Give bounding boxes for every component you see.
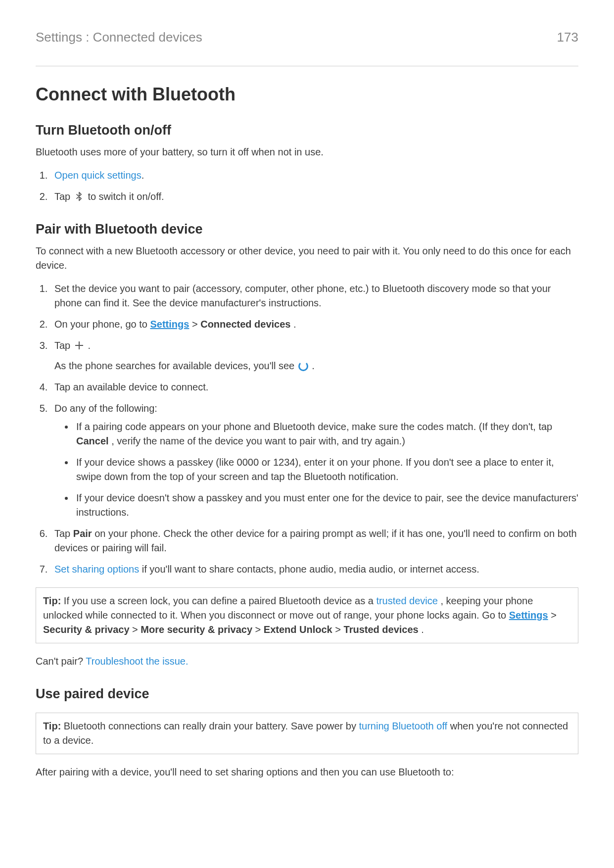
text: Tap — [54, 528, 73, 539]
text: on your phone. Check the other device fo… — [54, 528, 577, 553]
section-pair-device: Pair with Bluetooth device — [36, 222, 578, 237]
text: > — [551, 610, 557, 621]
step-item: Tap to switch it on/off. — [50, 190, 578, 204]
troubleshoot-line: Can't pair? Troubleshoot the issue. — [36, 654, 578, 669]
settings-link[interactable]: Settings — [150, 319, 189, 330]
tip-label: Tip: — [43, 721, 61, 731]
troubleshoot-link[interactable]: Troubleshoot the issue. — [86, 656, 188, 667]
tip-battery: Tip: Bluetooth connections can really dr… — [36, 713, 578, 754]
tip-trusted-device: Tip: If you use a screen lock, you can d… — [36, 587, 578, 643]
step-item: Do any of the following: If a pairing co… — [50, 401, 578, 520]
text: . — [421, 624, 424, 635]
tip-label: Tip: — [43, 595, 61, 606]
text: As the phone searches for available devi… — [54, 360, 297, 371]
text: Tap — [54, 340, 73, 351]
list-item: If a pairing code appears on your phone … — [74, 420, 578, 448]
page-title: Connect with Bluetooth — [36, 84, 578, 105]
breadcrumb: Settings : Connected devices — [36, 30, 202, 45]
text: Tap an available device to connect. — [54, 382, 208, 392]
text: Tap — [54, 191, 73, 202]
step-item: Set the device you want to pair (accesso… — [50, 282, 578, 310]
path-label: More security & privacy — [141, 624, 252, 635]
text: if you'll want to share contacts, phone … — [142, 564, 479, 575]
text: Can't pair? — [36, 656, 86, 667]
after-pairing-text: After pairing with a device, you'll need… — [36, 765, 578, 779]
text: > — [192, 319, 200, 330]
text: . — [293, 319, 296, 330]
text: On your phone, go to — [54, 319, 150, 330]
step-item: Tap an available device to connect. — [50, 380, 578, 394]
path-label: Extend Unlock — [264, 624, 332, 635]
text: > — [335, 624, 343, 635]
header-divider — [36, 66, 578, 66]
sub-bullets: If a pairing code appears on your phone … — [54, 420, 578, 520]
page-number: 173 — [557, 30, 578, 45]
intro-text: Bluetooth uses more of your battery, so … — [36, 145, 578, 159]
cancel-label: Cancel — [76, 435, 109, 446]
page-header: Settings : Connected devices 173 — [36, 30, 578, 45]
step-item: Set sharing options if you'll want to sh… — [50, 562, 578, 577]
connected-devices-label: Connected devices — [200, 319, 290, 330]
step-item: Open quick settings. — [50, 168, 578, 183]
step-item: On your phone, go to Settings > Connecte… — [50, 317, 578, 332]
step-item: Tap Pair on your phone. Check the other … — [50, 527, 578, 555]
open-quick-settings-link[interactable]: Open quick settings — [54, 170, 142, 181]
path-label: Security & privacy — [43, 624, 130, 635]
text: If your device doesn't show a passkey an… — [76, 492, 578, 518]
text: . — [312, 360, 315, 371]
text: . — [88, 340, 91, 351]
text: Set the device you want to pair (accesso… — [54, 283, 551, 308]
path-label: Trusted devices — [344, 624, 419, 635]
text: > — [132, 624, 141, 635]
text: Do any of the following: — [54, 403, 157, 414]
set-sharing-options-link[interactable]: Set sharing options — [54, 564, 139, 575]
text: If you use a screen lock, you can define… — [64, 595, 377, 606]
trusted-device-link[interactable]: trusted device — [376, 595, 438, 606]
turning-bluetooth-off-link[interactable]: turning Bluetooth off — [359, 721, 448, 731]
text: . — [142, 170, 144, 181]
list-item: If your device shows a passkey (like 000… — [74, 455, 578, 484]
settings-link[interactable]: Settings — [509, 610, 548, 621]
document-page: Settings : Connected devices 173 Connect… — [0, 0, 614, 868]
text: Bluetooth connections can really drain y… — [64, 721, 359, 731]
text: > — [255, 624, 264, 635]
step-item: Tap . As the phone searches for availabl… — [50, 338, 578, 373]
section-turn-bluetooth: Turn Bluetooth on/off — [36, 123, 578, 138]
spinner-icon — [298, 361, 308, 371]
plus-icon — [74, 340, 84, 350]
steps-pair-device: Set the device you want to pair (accesso… — [36, 282, 578, 577]
steps-turn-bluetooth: Open quick settings. Tap to switch it on… — [36, 168, 578, 204]
text: If your device shows a passkey (like 000… — [76, 457, 554, 482]
bluetooth-icon — [74, 191, 84, 201]
pair-label: Pair — [73, 528, 92, 539]
list-item: If your device doesn't show a passkey an… — [74, 491, 578, 520]
text: to switch it on/off. — [88, 191, 164, 202]
intro-text: To connect with a new Bluetooth accessor… — [36, 244, 578, 273]
text: If a pairing code appears on your phone … — [76, 421, 552, 432]
text: , verify the name of the device you want… — [111, 435, 405, 446]
section-use-paired: Use paired device — [36, 686, 578, 702]
